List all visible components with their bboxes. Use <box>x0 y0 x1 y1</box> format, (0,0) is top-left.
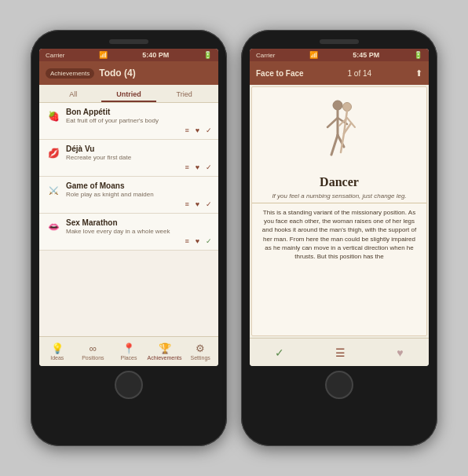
list-item: 💋 Déjà Vu Recreate your first date ≡ ♥ ✓ <box>39 140 218 177</box>
action-heart-0[interactable]: ♥ <box>196 126 199 134</box>
carrier-left: Carrier <box>46 52 64 59</box>
screen-right: Carrier 📶 5:45 PM 🔋 Face to Face 1 of 14… <box>250 49 429 366</box>
bottom-tabs-left: 💡 Ideas ∞ Positions 📍 Places 🏆 Achieveme… <box>39 336 218 366</box>
achievements-icon: 🏆 <box>159 342 171 354</box>
nav-title-left: Todo (4) <box>99 68 212 79</box>
position-tagline: If you feel a numbing sensation, just ch… <box>252 191 426 203</box>
home-button-left[interactable] <box>115 371 143 399</box>
tab-tried[interactable]: Tried <box>156 88 212 102</box>
svg-point-0 <box>333 101 342 110</box>
action-heart-2[interactable]: ♥ <box>196 200 199 208</box>
carrier-right: Carrier <box>256 52 275 59</box>
status-bar-right: Carrier 📶 5:45 PM 🔋 <box>250 49 429 61</box>
list-item: 🍓 Bon Appétit Eat fruit off of your part… <box>39 103 218 140</box>
item-icon-3: 👄 <box>46 219 61 235</box>
position-name: Dancer <box>320 175 359 189</box>
battery-left: 🔋 <box>203 51 212 59</box>
nav-header-right: Face to Face 1 of 14 ⬆ <box>250 61 429 85</box>
list-container: 🍓 Bon Appétit Eat fruit off of your part… <box>39 103 218 336</box>
bottom-tab-settings[interactable]: ⚙ Settings <box>182 337 218 366</box>
time-right: 5:45 PM <box>353 51 379 59</box>
action-list-3[interactable]: ≡ <box>185 237 188 245</box>
action-check-3[interactable]: ✓ <box>206 237 212 245</box>
time-left: 5:40 PM <box>142 51 169 59</box>
positions-label: Positions <box>82 355 104 361</box>
position-description: This is a standing variant of the missio… <box>252 203 426 265</box>
action-check-0[interactable]: ✓ <box>206 126 212 134</box>
action-check-2[interactable]: ✓ <box>206 200 212 208</box>
bottom-tab-places[interactable]: 📍 Places <box>111 337 147 366</box>
settings-icon: ⚙ <box>196 342 205 354</box>
list-item: ⚔️ Game of Moans Role play as knight and… <box>39 177 218 214</box>
card-actions: ✓ ☰ ♥ <box>250 338 429 366</box>
heart-action[interactable]: ♥ <box>397 346 403 359</box>
svg-line-2 <box>331 135 338 155</box>
item-title-2: Game of Moans <box>66 181 212 190</box>
action-heart-3[interactable]: ♥ <box>196 237 199 245</box>
wifi-left: 📶 <box>99 51 108 59</box>
item-title-3: Sex Marathon <box>66 218 212 227</box>
tabs-bar: All Untried Tried <box>39 85 218 103</box>
places-label: Places <box>120 355 137 361</box>
check-action[interactable]: ✓ <box>275 346 284 359</box>
speaker-left <box>109 39 148 44</box>
item-subtitle-0: Eat fruit off of your partner's body <box>66 117 212 124</box>
action-list-0[interactable]: ≡ <box>185 126 188 134</box>
battery-right: 🔋 <box>414 51 422 59</box>
home-button-right[interactable] <box>325 371 353 399</box>
item-icon-2: ⚔️ <box>46 182 61 198</box>
settings-label: Settings <box>191 355 210 361</box>
card-count: 1 of 14 <box>348 69 372 78</box>
back-button-left[interactable]: Achievements <box>46 68 94 79</box>
phone-right: Carrier 📶 5:45 PM 🔋 Face to Face 1 of 14… <box>241 30 437 446</box>
tab-untried[interactable]: Untried <box>101 88 157 102</box>
card-content: Dancer If you feel a numbing sensation, … <box>251 86 427 336</box>
phone-left: Carrier 📶 5:40 PM 🔋 Achievements Todo (4… <box>31 30 227 446</box>
bottom-tab-achievements[interactable]: 🏆 Achievements <box>147 337 183 366</box>
list-action[interactable]: ☰ <box>335 346 346 359</box>
share-button[interactable]: ⬆ <box>415 68 422 79</box>
item-title-0: Bon Appétit <box>66 108 212 116</box>
item-icon-0: 🍓 <box>46 108 61 124</box>
item-subtitle-3: Make love every day in a whole week <box>66 228 212 235</box>
item-subtitle-2: Role play as knight and maiden <box>66 191 212 198</box>
bottom-tab-ideas[interactable]: 💡 Ideas <box>39 337 75 366</box>
position-figure <box>304 93 375 172</box>
ideas-label: Ideas <box>50 355 64 361</box>
item-subtitle-1: Recreate your first date <box>66 154 212 161</box>
list-item: 👄 Sex Marathon Make love every day in a … <box>39 214 218 251</box>
positions-icon: ∞ <box>90 342 97 354</box>
bottom-tab-positions[interactable]: ∞ Positions <box>75 337 112 366</box>
places-icon: 📍 <box>122 342 135 354</box>
status-bar-left: Carrier 📶 5:40 PM 🔋 <box>39 49 218 61</box>
achievements-label: Achievements <box>148 355 182 361</box>
screen-left: Carrier 📶 5:40 PM 🔋 Achievements Todo (4… <box>39 49 218 366</box>
action-check-1[interactable]: ✓ <box>206 163 212 171</box>
nav-back-right[interactable]: Face to Face <box>256 69 304 78</box>
item-title-1: Déjà Vu <box>66 145 212 153</box>
action-heart-1[interactable]: ♥ <box>196 163 199 171</box>
action-list-2[interactable]: ≡ <box>185 200 188 208</box>
dancer-svg <box>308 96 371 170</box>
tab-all[interactable]: All <box>46 88 101 102</box>
svg-line-4 <box>327 118 338 127</box>
item-icon-1: 💋 <box>46 145 61 161</box>
nav-header-left: Achievements Todo (4) <box>39 61 218 85</box>
action-list-1[interactable]: ≡ <box>185 163 188 171</box>
wifi-right: 📶 <box>309 51 318 59</box>
speaker-right <box>320 39 359 44</box>
ideas-icon: 💡 <box>51 342 64 354</box>
